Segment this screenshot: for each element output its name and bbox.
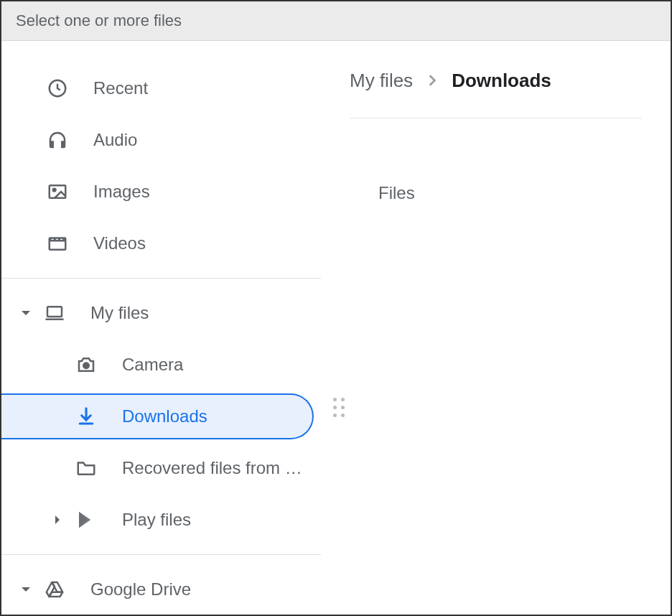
sidebar-item-recovered[interactable]: Recovered files from … xyxy=(1,442,321,494)
svg-point-2 xyxy=(53,189,56,192)
sidebar-item-label: Downloads xyxy=(122,406,222,426)
play-store-icon xyxy=(73,507,99,533)
sidebar-item-label: Google Drive xyxy=(90,579,205,599)
sidebar-item-videos[interactable]: Videos xyxy=(1,218,321,269)
sidebar-item-camera[interactable]: Camera xyxy=(1,339,321,391)
chevron-down-icon[interactable] xyxy=(10,584,42,595)
clock-icon xyxy=(45,75,70,101)
headphones-icon xyxy=(45,127,70,153)
sidebar-item-downloads[interactable]: Downloads xyxy=(1,391,321,442)
breadcrumb: My files Downloads xyxy=(350,62,642,118)
window-body: Recent Audio xyxy=(1,41,671,615)
sidebar-item-images[interactable]: Images xyxy=(1,166,321,218)
sidebar-item-my-files[interactable]: My files xyxy=(1,287,321,339)
titlebar-text: Select one or more files xyxy=(16,11,182,29)
movie-icon xyxy=(45,230,70,256)
sidebar-divider xyxy=(1,278,321,279)
sidebar: Recent Audio xyxy=(1,41,321,615)
sidebar-item-audio[interactable]: Audio xyxy=(1,114,321,166)
image-icon xyxy=(45,179,70,205)
sidebar-item-play-files[interactable]: Play files xyxy=(1,494,321,546)
folder-icon xyxy=(73,455,99,481)
pane-resize-handle[interactable] xyxy=(330,394,347,420)
sidebar-item-label: My files xyxy=(90,303,163,323)
sidebar-item-label: Images xyxy=(93,182,150,202)
svg-rect-4 xyxy=(47,307,62,317)
sidebar-item-label: Audio xyxy=(93,130,137,150)
breadcrumb-current: Downloads xyxy=(452,70,551,92)
sidebar-item-google-drive[interactable]: Google Drive xyxy=(1,564,321,615)
file-picker-window: Select one or more files Recent xyxy=(0,0,672,616)
chevron-down-icon[interactable] xyxy=(10,307,42,319)
chevron-right-icon xyxy=(426,70,439,92)
download-icon xyxy=(73,403,99,429)
svg-point-5 xyxy=(83,363,89,369)
sidebar-item-label: Camera xyxy=(122,355,197,375)
sidebar-item-label: Recent xyxy=(93,78,148,98)
camera-icon xyxy=(73,352,99,378)
sidebar-item-label: Recovered files from … xyxy=(122,458,317,478)
titlebar: Select one or more files xyxy=(1,1,671,41)
chevron-right-icon[interactable] xyxy=(42,514,73,526)
sidebar-divider xyxy=(1,554,321,555)
sidebar-item-label: Videos xyxy=(93,233,146,253)
laptop-icon xyxy=(42,300,67,326)
breadcrumb-parent[interactable]: My files xyxy=(350,70,413,92)
sidebar-item-label: Play files xyxy=(122,510,205,530)
sidebar-item-recent[interactable]: Recent xyxy=(1,62,321,114)
main-content: My files Downloads Files xyxy=(321,41,671,615)
files-section-header: Files xyxy=(350,118,642,203)
google-drive-icon xyxy=(42,577,67,602)
